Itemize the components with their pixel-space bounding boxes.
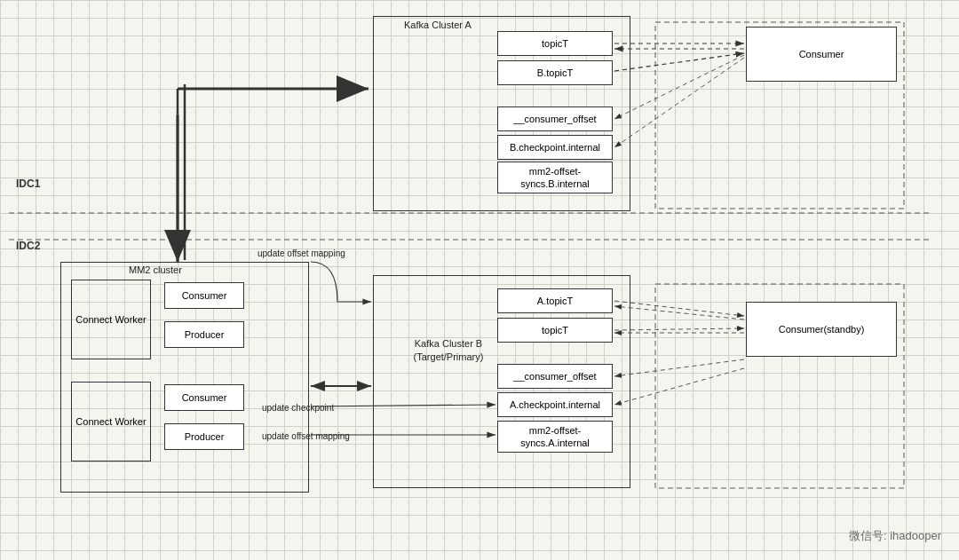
connect-worker-1-label: Connect Worker [75,313,146,326]
connect-worker-2-box: Connect Worker [71,382,151,461]
btopic-t-a-label: B.topicT [537,67,573,79]
topic-t-b-label: topicT [542,324,568,336]
update-offset-mapping2-label: update offset mapping [262,431,350,441]
consumer-main-label: Consumer [799,48,844,60]
svg-line-12 [614,55,744,119]
connect-worker-1-box: Connect Worker [71,280,151,359]
svg-line-17 [614,301,744,316]
consumer-standby-box: Consumer(standby) [746,302,897,357]
idc2-label: IDC2 [16,240,40,252]
atopic-t-b-box: A.topicT [497,288,613,313]
producer-1-label: Producer [185,328,225,341]
update-checkpoint-label: update checkpoint [262,403,334,413]
svg-line-13 [614,58,744,147]
svg-line-18 [614,328,744,330]
atopic-t-b-label: A.topicT [537,295,573,307]
consumer-small-1-box: Consumer [164,282,244,309]
a-checkpoint-label: A.checkpoint.internal [510,398,600,411]
svg-line-23 [614,368,744,405]
mm2-offset-syncs-a-box: mm2-offset-syncs.A.internal [497,421,613,453]
consumer-small-1-label: Consumer [182,289,227,302]
consumer-offset-b-label: __consumer_offset [513,370,596,383]
diagram-container: IDC1 IDC2 Kafka Cluster A topicT B.topic… [0,0,959,560]
btopic-t-a-box: B.topicT [497,60,613,85]
b-checkpoint-box: B.checkpoint.internal [497,135,613,160]
topic-t-a-label: topicT [542,37,568,50]
svg-line-22 [614,359,744,376]
consumer-standby-label: Consumer(standby) [779,323,865,335]
kafka-cluster-a-label: Kafka Cluster A [404,20,472,30]
topic-t-b-box: topicT [497,318,613,343]
consumer-offset-b-box: __consumer_offset [497,364,613,389]
b-checkpoint-label: B.checkpoint.internal [510,141,600,154]
watermark: 微信号: ihadooper [849,528,941,544]
mm2-offset-syncs-b-label: mm2-offset-syncs.B.internal [498,165,612,191]
svg-line-10 [614,53,744,71]
producer-2-box: Producer [164,423,244,450]
svg-line-19 [614,306,744,319]
mm2-offset-syncs-b-box: mm2-offset-syncs.B.internal [497,162,613,193]
connect-worker-2-label: Connect Worker [75,415,146,428]
consumer-small-2-label: Consumer [182,391,227,404]
consumer-small-2-box: Consumer [164,384,244,411]
idc1-label: IDC1 [16,177,40,190]
consumer-main-box: Consumer [746,27,897,82]
topic-t-a-box: topicT [497,31,613,56]
mm2-offset-syncs-a-label: mm2-offset-syncs.A.internal [498,424,612,450]
consumer-offset-a-label: __consumer_offset [513,113,596,125]
update-offset-mapping-label: update offset mapping [258,248,345,258]
producer-2-label: Producer [185,430,225,443]
mm2-cluster-label: MM2 cluster [129,264,182,275]
kafka-cluster-b-label: Kafka Cluster B(Target/Primary) [404,337,493,365]
a-checkpoint-box: A.checkpoint.internal [497,392,613,417]
consumer-offset-a-box: __consumer_offset [497,106,613,131]
producer-1-box: Producer [164,321,244,348]
